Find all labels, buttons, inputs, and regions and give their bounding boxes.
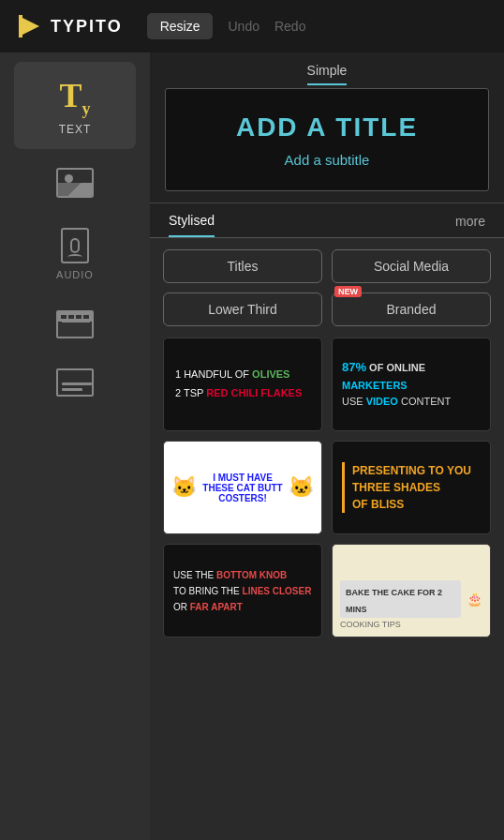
resize-button[interactable]: Resize: [147, 13, 214, 39]
svg-marker-0: [21, 17, 39, 36]
template-olives[interactable]: 1 HANDFUL OF OLIVES 2 TSP RED CHILI FLAK…: [163, 338, 322, 431]
tmpl-cake-text: BAKE THE CAKE FOR 2 MINS: [346, 588, 442, 614]
sidebar-item-text-label: TEXT: [59, 123, 92, 136]
tmpl-catbutt-emoji-right: 🐱: [289, 475, 314, 500]
template-cake[interactable]: BAKE THE CAKE FOR 2 MINS 🎂 COOKING TIPS: [332, 544, 491, 638]
preview-title: ADD A TITLE: [236, 112, 418, 142]
filter-social-media-button[interactable]: Social Media: [332, 249, 491, 283]
sidebar-item-subtitle[interactable]: [14, 353, 136, 412]
templates-grid: 1 HANDFUL OF OLIVES 2 TSP RED CHILI FLAK…: [150, 338, 504, 656]
tab-simple[interactable]: Simple: [307, 63, 348, 85]
redo-button[interactable]: Redo: [274, 19, 305, 34]
text-icon: Ty: [59, 79, 90, 117]
preview-canvas: ADD A TITLE Add a subtitle: [165, 88, 489, 191]
sidebar-item-audio-label: AUDIO: [56, 269, 94, 280]
logo-text: TYPITO: [51, 17, 123, 37]
filter-buttons: Titles Social Media Lower Third NEW Bran…: [150, 238, 504, 338]
tmpl-pct: 87%: [342, 360, 366, 374]
filter-branded-button[interactable]: NEW Branded: [332, 292, 491, 326]
tmpl-cake-sub: COOKING TIPS: [340, 620, 401, 629]
logo-area: TYPITO: [15, 11, 123, 41]
undo-button[interactable]: Undo: [228, 19, 259, 34]
tmpl-catbutt-emoji-left: 🐱: [171, 475, 197, 500]
subtitle-icon: [56, 368, 94, 397]
preview-subtitle: Add a subtitle: [285, 152, 370, 168]
sidebar-item-text[interactable]: Ty TEXT: [14, 62, 136, 149]
svg-rect-1: [19, 15, 22, 38]
sidebar: Ty TEXT AUDIO: [0, 52, 150, 840]
tmpl-olives-line2-pre: 2 TSP: [175, 387, 206, 398]
tab-stylised[interactable]: Stylised: [169, 213, 215, 237]
sidebar-item-audio[interactable]: AUDIO: [14, 213, 136, 295]
template-bliss[interactable]: PRESENTING TO YOUTHREE SHADESOF BLISS: [332, 441, 491, 534]
template-knob[interactable]: USE THE BOTTOM KNOB TO BRING THE LINES C…: [163, 544, 322, 638]
tmpl-bliss-text: PRESENTING TO YOUTHREE SHADESOF BLISS: [342, 462, 471, 513]
new-badge: NEW: [334, 286, 362, 297]
sidebar-item-video[interactable]: [14, 295, 136, 353]
main-content: Simple ADD A TITLE Add a subtitle Stylis…: [150, 52, 504, 840]
filter-titles-button[interactable]: Titles: [163, 249, 322, 283]
logo-icon: [15, 11, 45, 41]
tab-more[interactable]: more: [455, 214, 485, 236]
tmpl-olives-highlight2: RED CHILI FLAKES: [206, 387, 302, 398]
simple-tab-section: Simple ADD A TITLE Add a subtitle: [150, 52, 504, 203]
video-icon: [56, 310, 94, 338]
filter-lower-third-button[interactable]: Lower Third: [163, 292, 322, 326]
audio-icon: [61, 228, 89, 263]
template-marketers[interactable]: 87% OF ONLINE MARKETERS USE VIDEO CONTEN…: [332, 338, 491, 431]
tmpl-olives-highlight1: OLIVES: [252, 368, 289, 380]
tmpl-olives-line1-pre: 1 HANDFUL OF: [175, 368, 252, 380]
template-catbutt[interactable]: 🐱 I MUST HAVE THESE CAT BUTT COSTERS! 🐱: [163, 441, 322, 534]
image-icon: [56, 168, 94, 198]
style-tabs-row: Stylised more: [150, 203, 504, 237]
tmpl-catbutt-text: I MUST HAVE THESE CAT BUTT COSTERS!: [202, 472, 283, 503]
sidebar-item-image[interactable]: [14, 153, 136, 213]
